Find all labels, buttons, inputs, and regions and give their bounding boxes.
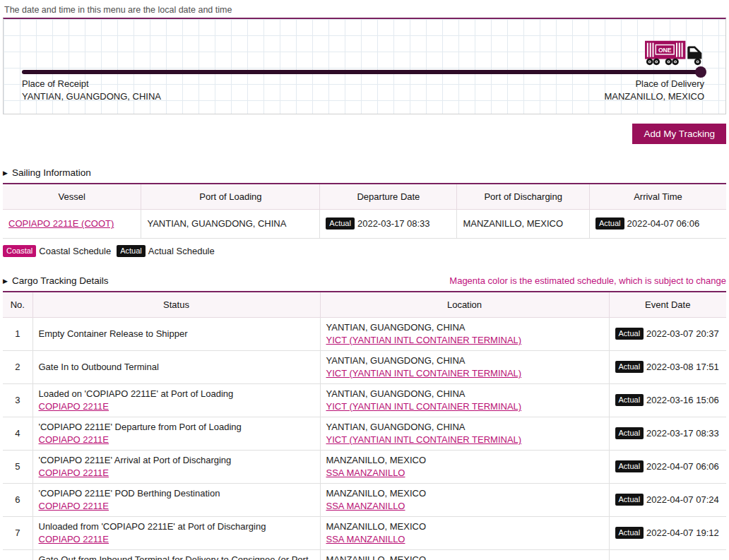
actual-schedule-label: Actual Schedule	[148, 246, 215, 256]
row-number: 5	[3, 451, 32, 484]
column-header-port-of-loading: Port of Loading	[141, 184, 320, 210]
location-text: MANZANILLO, MEXICO	[326, 521, 427, 532]
table-row: COPIAPO 2211E (COOT) YANTIAN, GUANGDONG,…	[3, 210, 726, 239]
terminal-link[interactable]: SSA MANZANILLO	[326, 500, 603, 513]
status-text: Gate In to Outbound Terminal	[39, 362, 159, 372]
row-number: 4	[3, 417, 32, 451]
actual-badge: Actual	[615, 361, 644, 373]
table-row: 8 Gate Out from Inbound Terminal for Del…	[3, 550, 726, 560]
vessel-link[interactable]: COPIAPO 2211E	[39, 467, 314, 479]
column-header-status: Status	[32, 292, 320, 318]
row-number: 2	[3, 351, 32, 384]
place-of-delivery-value: MANZANILLO, MEXICO	[604, 90, 704, 102]
row-number: 6	[3, 484, 32, 517]
event-date-value: 2022-04-07 07:24	[646, 494, 719, 505]
location-text: MANZANILLO, MEXICO	[326, 455, 427, 465]
terminal-link[interactable]: YICT (YANTIAN INTL CONTAINER TERMINAL)	[326, 434, 603, 446]
vessel-link[interactable]: COPIAPO 2211E	[39, 400, 314, 413]
event-date-value: 2022-04-07 19:12	[646, 528, 719, 538]
actual-badge: Actual	[615, 394, 644, 406]
location-text: YANTIAN, GUANGDONG, CHINA	[326, 322, 466, 333]
shipment-progress-bar	[22, 70, 701, 74]
add-my-tracking-button[interactable]: Add My Tracking	[632, 124, 726, 144]
event-date-value: 2022-03-07 20:37	[646, 328, 719, 339]
place-of-delivery-label: Place of Delivery	[604, 78, 704, 90]
location-text: YANTIAN, GUANGDONG, CHINA	[326, 355, 466, 366]
terminal-link[interactable]: YICT (YANTIAN INTL CONTAINER TERMINAL)	[326, 367, 603, 380]
actual-badge: Actual	[595, 218, 624, 230]
local-time-note: The date and time in this menu are the l…	[4, 5, 726, 15]
place-of-receipt-value: YANTIAN, GUANGDONG, CHINA	[22, 90, 161, 102]
port-of-discharging-value: MANZANILLO, MEXICO	[457, 210, 589, 239]
status-text: 'COPIAPO 2211E' Departure from Port of L…	[39, 422, 242, 432]
table-row: 3 Loaded on 'COPIAPO 2211E' at Port of L…	[3, 384, 726, 417]
actual-badge: Actual	[615, 527, 644, 539]
status-text: 'COPIAPO 2211E' POD Berthing Destination	[39, 488, 220, 499]
actual-badge: Actual	[615, 460, 644, 472]
table-row: 6 'COPIAPO 2211E' POD Berthing Destinati…	[3, 484, 726, 517]
actual-badge: Actual	[117, 245, 146, 257]
location-text: YANTIAN, GUANGDONG, CHINA	[326, 422, 466, 432]
status-text: 'COPIAPO 2211E' Arrival at Port of Disch…	[39, 455, 232, 465]
event-date-value: 2022-03-16 15:06	[646, 395, 719, 405]
estimated-schedule-note: Magenta color is the estimated schedule,…	[449, 275, 726, 286]
location-text: MANZANILLO, MEXICO	[326, 488, 427, 499]
place-of-receipt-label: Place of Receipt	[22, 78, 161, 90]
table-row: 5 'COPIAPO 2211E' Arrival at Port of Dis…	[3, 451, 726, 484]
actual-badge: Actual	[615, 328, 644, 340]
cargo-tracking-table: No. Status Location Event Date 1 Empty C…	[3, 291, 726, 560]
departure-date-value: 2022-03-17 08:33	[357, 218, 430, 229]
sailing-information-table: Vessel Port of Loading Departure Date Po…	[3, 183, 726, 239]
location-text: MANZANILLO, MEXICO	[326, 554, 427, 560]
terminal-link[interactable]: YICT (YANTIAN INTL CONTAINER TERMINAL)	[326, 400, 603, 413]
status-text: Gate Out from Inbound Terminal for Deliv…	[39, 554, 309, 560]
actual-badge: Actual	[615, 427, 644, 439]
row-number: 8	[3, 550, 32, 560]
column-header-event-date: Event Date	[609, 292, 726, 318]
collapse-arrow-icon: ▶	[3, 278, 8, 285]
place-of-delivery: Place of Delivery MANZANILLO, MEXICO	[604, 78, 704, 102]
route-progress-panel: ONE Place of Receipt YANTIAN, GUANGDONG,…	[3, 18, 726, 114]
event-date-value: 2022-03-08 17:51	[646, 362, 719, 372]
event-date-value: 2022-03-17 08:33	[646, 428, 719, 439]
schedule-legend: CoastalCoastal ScheduleActualActual Sche…	[3, 245, 726, 257]
one-truck-icon: ONE	[645, 37, 707, 68]
cargo-tracking-details-section-title[interactable]: ▶Cargo Tracking Details	[3, 275, 108, 286]
terminal-link[interactable]: SSA MANZANILLO	[326, 467, 603, 479]
status-text: Loaded on 'COPIAPO 2211E' at Port of Loa…	[39, 388, 234, 399]
place-of-receipt: Place of Receipt YANTIAN, GUANGDONG, CHI…	[22, 78, 161, 102]
event-date-value: 2022-04-07 06:06	[646, 461, 719, 472]
vessel-link[interactable]: COPIAPO 2211E (COOT)	[8, 218, 114, 229]
row-number: 7	[3, 517, 32, 550]
table-row: 4 'COPIAPO 2211E' Departure from Port of…	[3, 417, 726, 451]
arrival-time-value: 2022-04-07 06:06	[627, 218, 700, 229]
column-header-vessel: Vessel	[3, 184, 141, 210]
vessel-link[interactable]: COPIAPO 2211E	[39, 533, 314, 546]
table-row: 1 Empty Container Release to Shipper YAN…	[3, 318, 726, 351]
column-header-port-of-discharging: Port of Discharging	[457, 184, 589, 210]
actual-badge: Actual	[615, 494, 644, 506]
column-header-location: Location	[320, 292, 609, 318]
row-number: 1	[3, 318, 32, 351]
row-number: 3	[3, 384, 32, 417]
sailing-information-section-title[interactable]: ▶Sailing Information	[3, 167, 726, 178]
table-row: 7 Unloaded from 'COPIAPO 2211E' at Port …	[3, 517, 726, 550]
vessel-link[interactable]: COPIAPO 2211E	[39, 500, 314, 513]
location-text: YANTIAN, GUANGDONG, CHINA	[326, 388, 466, 399]
column-header-no: No.	[3, 292, 32, 318]
table-row: 2 Gate In to Outbound Terminal YANTIAN, …	[3, 351, 726, 384]
column-header-arrival-time: Arrival Time	[589, 184, 726, 210]
collapse-arrow-icon: ▶	[3, 169, 8, 177]
vessel-link[interactable]: COPIAPO 2211E	[39, 434, 314, 446]
svg-text:ONE: ONE	[658, 47, 672, 54]
terminal-link[interactable]: YICT (YANTIAN INTL CONTAINER TERMINAL)	[326, 334, 603, 347]
status-text: Empty Container Release to Shipper	[39, 328, 188, 339]
port-of-loading-value: YANTIAN, GUANGDONG, CHINA	[141, 210, 320, 239]
coastal-schedule-label: Coastal Schedule	[39, 246, 111, 256]
terminal-link[interactable]: SSA MANZANILLO	[326, 533, 603, 546]
column-header-departure-date: Departure Date	[320, 184, 457, 210]
coastal-badge: Coastal	[3, 245, 36, 257]
status-text: Unloaded from 'COPIAPO 2211E' at Port of…	[39, 521, 266, 532]
actual-badge: Actual	[326, 218, 355, 230]
